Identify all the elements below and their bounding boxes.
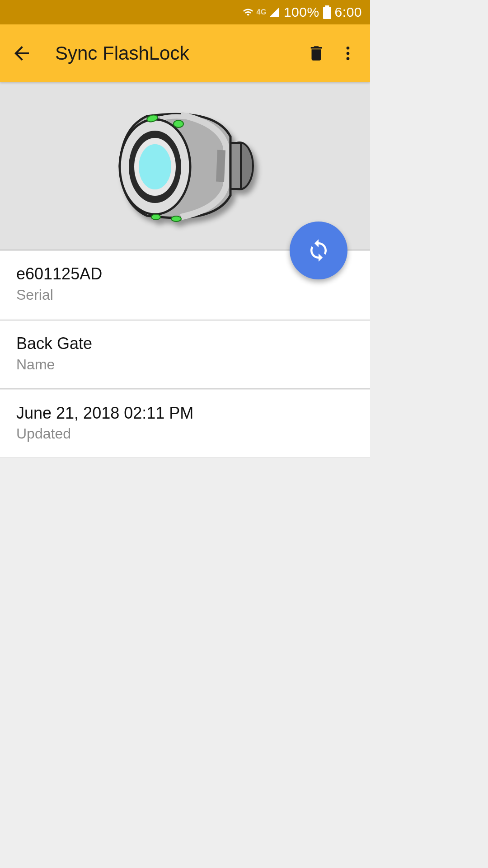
battery-percent: 100% xyxy=(284,5,319,20)
page-title: Sync FlashLock xyxy=(55,42,300,64)
sync-icon xyxy=(306,238,331,263)
more-vert-icon xyxy=(339,44,357,62)
delete-button[interactable] xyxy=(300,38,332,69)
svg-point-2 xyxy=(347,47,350,50)
app-bar: Sync FlashLock xyxy=(0,24,370,82)
svg-point-11 xyxy=(139,144,171,189)
svg-point-13 xyxy=(174,120,183,127)
status-bar: 4G 100% 6:00 xyxy=(0,0,370,24)
signal-icon xyxy=(268,7,280,18)
back-button[interactable] xyxy=(6,38,37,69)
more-button[interactable] xyxy=(332,38,364,69)
svg-point-4 xyxy=(347,57,350,60)
clock: 6:00 xyxy=(335,5,362,20)
svg-point-3 xyxy=(347,52,350,55)
name-label: Name xyxy=(16,356,354,373)
updated-row[interactable]: June 21, 2018 02:11 PM Updated xyxy=(0,390,370,458)
network-type-icon: 4G xyxy=(257,8,267,16)
details-list: e601125AD Serial Back Gate Name June 21,… xyxy=(0,250,370,458)
status-icons: 4G xyxy=(241,7,280,18)
svg-rect-0 xyxy=(323,7,331,19)
trash-icon xyxy=(307,44,326,63)
flashlock-illustration xyxy=(102,100,269,231)
serial-label: Serial xyxy=(16,287,354,303)
arrow-left-icon xyxy=(11,42,33,64)
name-value: Back Gate xyxy=(16,333,354,354)
updated-value: June 21, 2018 02:11 PM xyxy=(16,403,354,424)
svg-rect-1 xyxy=(325,5,329,8)
wifi-icon xyxy=(241,7,255,18)
sync-fab[interactable] xyxy=(290,222,347,279)
battery-icon xyxy=(323,5,331,19)
svg-point-15 xyxy=(171,216,181,222)
svg-point-14 xyxy=(151,214,160,220)
name-row[interactable]: Back Gate Name xyxy=(0,320,370,389)
updated-label: Updated xyxy=(16,425,354,442)
